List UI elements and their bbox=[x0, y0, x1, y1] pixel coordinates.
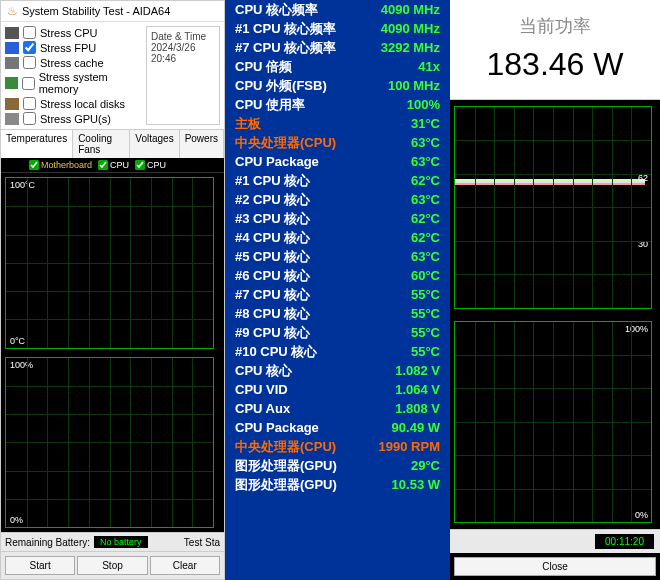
right-usage-chart: 100% 0% bbox=[454, 321, 652, 524]
stress-option[interactable]: Stress local disks bbox=[5, 97, 140, 110]
titlebar: ♨ System Stability Test - AIDA64 bbox=[1, 1, 224, 22]
stress-label: Stress system memory bbox=[39, 71, 140, 95]
sensor-value: 3292 MHz bbox=[381, 39, 440, 56]
right-temperature-chart: 62 30 bbox=[454, 106, 652, 309]
datetime-box: Date & Time 2024/3/26 20:46 bbox=[146, 26, 220, 125]
stress-checkbox[interactable] bbox=[23, 112, 36, 125]
stress-option[interactable]: Stress GPU(s) bbox=[5, 112, 140, 125]
sensor-row: CPU Package 90.49 W bbox=[225, 418, 450, 437]
sensor-value: 1.808 V bbox=[395, 400, 440, 417]
trace-line bbox=[455, 181, 645, 183]
stress-checkbox[interactable] bbox=[23, 97, 36, 110]
stress-checkbox[interactable] bbox=[23, 41, 36, 54]
stress-options: Stress CPU Stress FPU Stress cache Stres… bbox=[1, 22, 224, 129]
sensor-value: 90.49 W bbox=[392, 419, 440, 436]
sensor-value: 31°C bbox=[411, 115, 440, 132]
sensor-label: #5 CPU 核心 bbox=[235, 248, 310, 265]
legend-cpu[interactable]: CPU bbox=[98, 160, 129, 170]
timer-bar: 00:11:20 bbox=[450, 529, 660, 553]
sensor-value: 41x bbox=[418, 58, 440, 75]
tab-voltages[interactable]: Voltages bbox=[130, 130, 179, 158]
sensor-row: CPU 倍频 41x bbox=[225, 57, 450, 76]
chart-area: Motherboard CPU CPU 100°C 0°C 100% 0% bbox=[1, 158, 224, 532]
sensor-value: 55°C bbox=[411, 305, 440, 322]
right-panel: 当前功率 183.46 W 62 30 100% 0% 00:11:20 Clo… bbox=[450, 0, 660, 580]
stress-label: Stress GPU(s) bbox=[40, 113, 111, 125]
sensor-row: 图形处理器(GPU) 29°C bbox=[225, 456, 450, 475]
sensor-label: #1 CPU 核心 bbox=[235, 172, 310, 189]
status-bar: Remaining Battery: No battery Test Sta bbox=[1, 532, 224, 551]
button-row: Start Stop Clear bbox=[1, 551, 224, 579]
stress-option[interactable]: Stress CPU bbox=[5, 26, 140, 39]
legend-cpu-2[interactable]: CPU bbox=[135, 160, 166, 170]
sensor-value: 100 MHz bbox=[388, 77, 440, 94]
sensor-value: 63°C bbox=[411, 153, 440, 170]
sensor-row: #4 CPU 核心 62°C bbox=[225, 228, 450, 247]
sensor-row: CPU 核心频率 4090 MHz bbox=[225, 0, 450, 19]
sensor-row: #2 CPU 核心 63°C bbox=[225, 190, 450, 209]
sensor-label: CPU Package bbox=[235, 419, 319, 436]
sensor-row: #9 CPU 核心 55°C bbox=[225, 323, 450, 342]
stress-checkbox[interactable] bbox=[22, 77, 35, 90]
y-top: 100°C bbox=[10, 180, 35, 190]
sensor-label: CPU 核心频率 bbox=[235, 1, 318, 18]
datetime-label: Date & Time bbox=[151, 31, 215, 42]
tab-temperatures[interactable]: Temperatures bbox=[1, 130, 73, 158]
tab-bar: Temperatures Cooling Fans Voltages Power… bbox=[1, 129, 224, 158]
temperature-chart: 100°C 0°C bbox=[5, 177, 214, 349]
battery-value: No battery bbox=[94, 536, 148, 548]
sensor-value: 62°C bbox=[411, 210, 440, 227]
stress-option[interactable]: Stress system memory bbox=[5, 71, 140, 95]
tab-cooling-fans[interactable]: Cooling Fans bbox=[73, 130, 130, 158]
sensor-label: 图形处理器(GPU) bbox=[235, 476, 337, 493]
sensor-value: 62°C bbox=[411, 229, 440, 246]
sensor-value: 1990 RPM bbox=[379, 438, 440, 455]
stress-icon bbox=[5, 113, 19, 125]
sensor-row: #6 CPU 核心 60°C bbox=[225, 266, 450, 285]
sensor-row: CPU 外频(FSB) 100 MHz bbox=[225, 76, 450, 95]
sensor-label: 中央处理器(CPU) bbox=[235, 134, 336, 151]
sensor-label: #6 CPU 核心 bbox=[235, 267, 310, 284]
window-title: System Stability Test - AIDA64 bbox=[22, 5, 170, 17]
sensor-label: #4 CPU 核心 bbox=[235, 229, 310, 246]
stress-checkbox[interactable] bbox=[23, 56, 36, 69]
chart-legend: Motherboard CPU CPU bbox=[1, 158, 224, 173]
stress-icon bbox=[5, 57, 19, 69]
sensor-row: #3 CPU 核心 62°C bbox=[225, 209, 450, 228]
sensor-row: #1 CPU 核心频率 4090 MHz bbox=[225, 19, 450, 38]
sensor-label: #1 CPU 核心频率 bbox=[235, 20, 336, 37]
stress-option[interactable]: Stress FPU bbox=[5, 41, 140, 54]
sensor-label: #7 CPU 核心 bbox=[235, 286, 310, 303]
stress-label: Stress cache bbox=[40, 57, 104, 69]
sensor-row: CPU Aux 1.808 V bbox=[225, 399, 450, 418]
sensor-label: #10 CPU 核心 bbox=[235, 343, 317, 360]
tab-powers[interactable]: Powers bbox=[180, 130, 224, 158]
sensor-row: #8 CPU 核心 55°C bbox=[225, 304, 450, 323]
sensor-label: CPU VID bbox=[235, 381, 288, 398]
start-button[interactable]: Start bbox=[5, 556, 75, 575]
sensor-label: #9 CPU 核心 bbox=[235, 324, 310, 341]
elapsed-timer: 00:11:20 bbox=[595, 534, 654, 549]
y-bottom: 0°C bbox=[10, 336, 25, 346]
y-top: 100% bbox=[10, 360, 33, 370]
sensor-label: CPU Package bbox=[235, 153, 319, 170]
stress-checkbox[interactable] bbox=[23, 26, 36, 39]
power-value: 183.46 W bbox=[450, 46, 660, 83]
sensor-row: 中央处理器(CPU) 1990 RPM bbox=[225, 437, 450, 456]
legend-motherboard[interactable]: Motherboard bbox=[29, 160, 92, 170]
stop-button[interactable]: Stop bbox=[77, 556, 147, 575]
clear-button[interactable]: Clear bbox=[150, 556, 220, 575]
stress-option[interactable]: Stress cache bbox=[5, 56, 140, 69]
sensor-panel: CPU 核心频率 4090 MHz#1 CPU 核心频率 4090 MHz#7 … bbox=[225, 0, 450, 580]
sensor-row: #7 CPU 核心频率 3292 MHz bbox=[225, 38, 450, 57]
sensor-value: 29°C bbox=[411, 457, 440, 474]
flame-icon: ♨ bbox=[7, 4, 18, 18]
close-button[interactable]: Close bbox=[454, 557, 656, 576]
sensor-value: 63°C bbox=[411, 191, 440, 208]
datetime-value: 2024/3/26 20:46 bbox=[151, 42, 215, 64]
sensor-label: CPU 核心 bbox=[235, 362, 292, 379]
sensor-value: 63°C bbox=[411, 134, 440, 151]
sensor-label: #8 CPU 核心 bbox=[235, 305, 310, 322]
battery-label: Remaining Battery: bbox=[5, 537, 90, 548]
sensor-value: 55°C bbox=[411, 343, 440, 360]
